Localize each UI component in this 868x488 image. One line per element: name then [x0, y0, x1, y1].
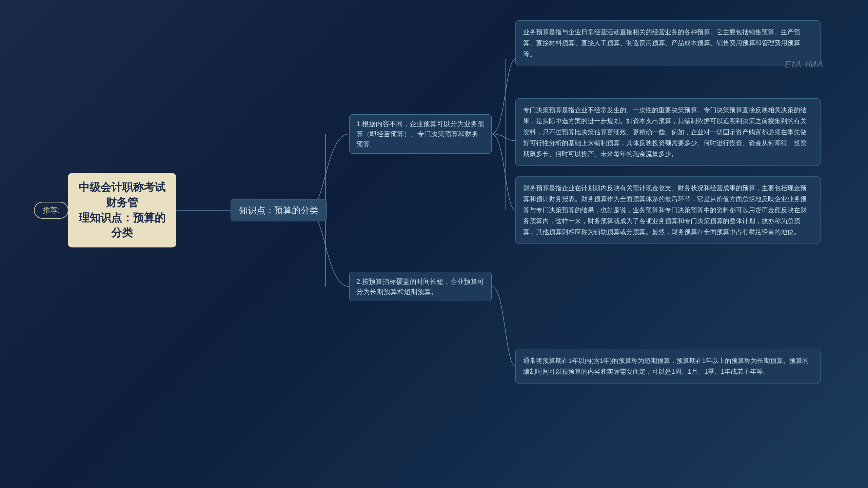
mind-map-container: 推荐: 中级会计职称考试财务管 理知识点：预算的分类 知识点：预算的分类 1.根…	[0, 0, 868, 488]
knowledge-node: 知识点：预算的分类	[231, 199, 327, 221]
branch-node-1-text: 1.根据内容不同，企业预算可以分为业务预算（即经营预算）、专门决策预算和财务预算…	[356, 120, 484, 148]
detail-box-3-text: 财务预算是指企业在计划期内反映有关预计现金收支、财务状况和经营成果的预算，主要包…	[523, 184, 807, 235]
root-label: 推荐:	[43, 206, 60, 214]
main-title-line1: 中级会计职称考试财务管	[78, 180, 166, 210]
main-title-line2: 理知识点：预算的分类	[78, 210, 166, 241]
branch-node-2: 2.按预算指标覆盖的时间长短，企业预算可分为长期预算和短期预算。	[349, 272, 492, 301]
detail-box-2-text: 专门决策预算是指企业不经常发生的、一次性的重要决策预算。专门决策预算直接反映相关…	[523, 106, 807, 157]
detail-box-4-text: 通常将预算期在1年以内(含1年)的预算称为短期预算，预算期在1年以上的预算称为长…	[523, 357, 809, 375]
knowledge-label: 知识点：预算的分类	[239, 205, 318, 215]
detail-box-2: 专门决策预算是指企业不经常发生的、一次性的重要决策预算。专门决策预算直接反映相关…	[515, 98, 821, 166]
branch-node-1: 1.根据内容不同，企业预算可以分为业务预算（即经营预算）、专门决策预算和财务预算…	[349, 114, 492, 154]
branch-node-2-text: 2.按预算指标覆盖的时间长短，企业预算可分为长期预算和短期预算。	[356, 278, 484, 295]
detail-box-1-text: 业务预算是指与企业日常经营活动直接相关的经营业务的各种预算。它主要包括销售预算、…	[523, 28, 800, 58]
root-node: 推荐:	[34, 202, 68, 219]
detail-box-3: 财务预算是指企业在计划期内反映有关预计现金收支、财务状况和经营成果的预算，主要包…	[515, 176, 821, 244]
watermark-text: EtA IMA	[785, 59, 824, 70]
detail-box-1: 业务预算是指与企业日常经营活动直接相关的经营业务的各种预算。它主要包括销售预算、…	[515, 20, 821, 66]
detail-box-4: 通常将预算期在1年以内(含1年)的预算称为短期预算，预算期在1年以上的预算称为长…	[515, 349, 821, 384]
watermark: EtA IMA	[785, 59, 824, 70]
main-title-node: 中级会计职称考试财务管 理知识点：预算的分类	[68, 173, 176, 247]
